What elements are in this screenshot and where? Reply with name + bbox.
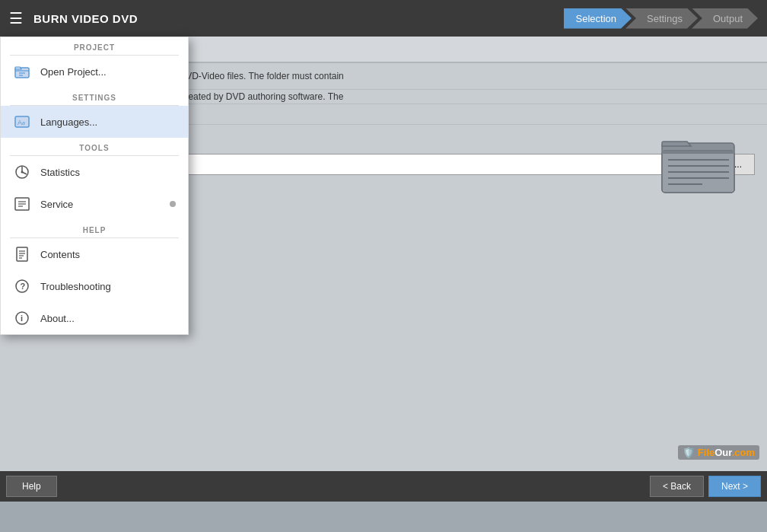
svg-point-17 (21, 171, 24, 174)
watermark-icon: 🛡️ (683, 447, 695, 458)
svg-rect-2 (662, 151, 734, 154)
about-label: About... (40, 313, 176, 324)
folder-icon (660, 128, 737, 196)
about-icon: i (13, 309, 31, 327)
wizard-steps: Selection Settings Output (564, 8, 759, 29)
wizard-step-output[interactable]: Output (692, 8, 758, 29)
statistics-icon (13, 163, 31, 181)
menu-section-help-label: HELP (1, 220, 188, 237)
svg-text:i: i (21, 314, 23, 323)
svg-rect-22 (17, 247, 27, 261)
folder-icon-area (660, 128, 737, 196)
app-title: BURN VIDEO DVD (33, 12, 564, 25)
menu-section-tools-label: TOOLS (1, 138, 188, 155)
menu-item-languages[interactable]: A a Languages... (1, 106, 188, 138)
app-header: ☰ BURN VIDEO DVD Selection Settings Outp… (0, 0, 767, 37)
nav-buttons: < Back Next > (650, 476, 761, 497)
help-button[interactable]: Help (6, 476, 57, 497)
open-project-label: Open Project... (40, 66, 176, 78)
watermark: 🛡️ FileOur.com (678, 445, 759, 460)
back-button[interactable]: < Back (650, 476, 704, 497)
menu-item-about[interactable]: i About... (1, 302, 188, 334)
contents-icon (13, 245, 31, 263)
menu-item-troubleshooting[interactable]: ? Troubleshooting (1, 270, 188, 302)
statistics-label: Statistics (40, 167, 176, 178)
menu-item-open-project[interactable]: Open Project... (1, 56, 188, 88)
menu-section-settings-label: SETTINGS (1, 88, 188, 105)
hamburger-menu-icon[interactable]: ☰ (9, 9, 23, 27)
svg-text:?: ? (21, 282, 26, 291)
menu-item-statistics[interactable]: Statistics (1, 156, 188, 188)
contents-label: Contents (40, 249, 176, 260)
bottom-bar: Help < Back Next > (0, 471, 767, 502)
service-icon (13, 195, 31, 213)
wizard-step-selection[interactable]: Selection (564, 8, 632, 29)
svg-text:a: a (22, 120, 25, 126)
next-button[interactable]: Next > (708, 476, 761, 497)
service-label: Service (40, 199, 161, 210)
troubleshooting-label: Troubleshooting (40, 281, 176, 292)
dropdown-menu: PROJECT Open Project... SETTINGS A a Lan… (0, 37, 189, 335)
service-dot (170, 201, 176, 207)
languages-icon: A a (13, 113, 31, 131)
languages-label: Languages... (40, 116, 176, 128)
menu-section-project-label: PROJECT (1, 37, 188, 55)
menu-item-contents[interactable]: Contents (1, 238, 188, 270)
open-project-icon (13, 62, 31, 81)
menu-item-service[interactable]: Service (1, 188, 188, 220)
troubleshooting-icon: ? (13, 277, 31, 295)
wizard-step-settings[interactable]: Settings (625, 8, 698, 29)
